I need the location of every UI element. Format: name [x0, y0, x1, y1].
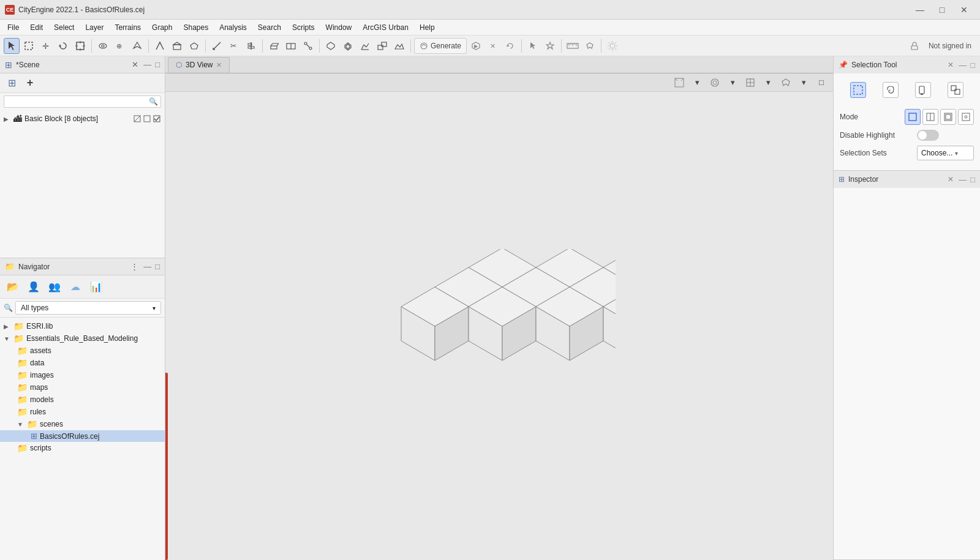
close-button[interactable]: ✕: [953, 0, 975, 20]
view-overlay-dropdown[interactable]: ▾: [760, 75, 776, 91]
nav-item-rules[interactable]: 📁 rules: [0, 406, 165, 418]
nav-user-button[interactable]: 👤: [24, 278, 43, 296]
navigator-minimize-button[interactable]: —: [143, 262, 151, 271]
nav-group-button[interactable]: 👥: [45, 278, 64, 296]
nav-item-assets[interactable]: 📁 assets: [0, 345, 165, 357]
menu-help[interactable]: Help: [415, 22, 440, 33]
search-icon[interactable]: 🔍: [149, 97, 158, 106]
selection-tool-close-button[interactable]: ✕: [948, 61, 954, 69]
nav-arcgis-button[interactable]: 📊: [87, 278, 105, 296]
view-dropdown-button[interactable]: ▾: [689, 75, 705, 91]
deselect-mode-button[interactable]: [948, 82, 963, 98]
selection-tool-minimize-button[interactable]: —: [959, 61, 967, 70]
paint-select-mode-button[interactable]: [915, 82, 931, 98]
ruler-button[interactable]: [565, 38, 581, 54]
tab-close-icon[interactable]: ✕: [216, 61, 222, 69]
nav-item-scripts[interactable]: 📁 scripts: [0, 442, 165, 454]
box-select-button[interactable]: [21, 38, 37, 54]
nav-item-basicsofrulescej[interactable]: ⊞ BasicsOfRules.cej: [0, 430, 165, 442]
nav-folder-button[interactable]: 📂: [4, 278, 22, 296]
extrude-button[interactable]: [266, 38, 282, 54]
move-button[interactable]: ✛: [38, 38, 54, 54]
menu-select[interactable]: Select: [49, 22, 79, 33]
scene-search-input[interactable]: [7, 97, 149, 106]
menu-shapes[interactable]: Shapes: [178, 22, 213, 33]
frame-button[interactable]: [72, 38, 88, 54]
cleanup-button[interactable]: [323, 38, 339, 54]
measure-button[interactable]: [209, 38, 225, 54]
generate-button[interactable]: Generate: [414, 38, 467, 54]
nav-item-data[interactable]: 📁 data: [0, 357, 165, 369]
scene-add-button[interactable]: +: [22, 75, 38, 91]
nav-fly-button[interactable]: [129, 38, 145, 54]
view-overlay-button[interactable]: [742, 75, 758, 91]
menu-scripts[interactable]: Scripts: [287, 22, 320, 33]
disable-highlight-toggle[interactable]: [917, 130, 939, 141]
sun-button[interactable]: [605, 38, 620, 54]
scene-maximize-button[interactable]: □: [155, 60, 160, 69]
nav-item-esrilib[interactable]: ▶ 📁 ESRI.lib: [0, 320, 165, 332]
minimize-button[interactable]: —: [909, 0, 931, 20]
mode-rect-button[interactable]: [905, 109, 921, 125]
combine-button[interactable]: [374, 38, 390, 54]
subdivide-button[interactable]: [283, 38, 299, 54]
undo-generate-button[interactable]: [502, 38, 518, 54]
shape-block-button[interactable]: [169, 38, 185, 54]
scene-check-hatched[interactable]: [133, 114, 141, 123]
view-bookmark-dropdown[interactable]: ▾: [796, 75, 812, 91]
nav-item-images[interactable]: 📁 images: [0, 369, 165, 381]
view-render-dropdown[interactable]: ▾: [725, 75, 741, 91]
navigator-options-icon[interactable]: ⋮: [130, 262, 138, 271]
view-bookmark-button[interactable]: [778, 75, 794, 91]
scene-check-empty[interactable]: [143, 114, 151, 123]
scene-close-button[interactable]: ✕: [132, 60, 138, 69]
shape-polygon-button[interactable]: [186, 38, 202, 54]
generate-options-button[interactable]: ▶: [468, 38, 484, 54]
menu-search[interactable]: Search: [253, 22, 286, 33]
decimate-button[interactable]: [357, 38, 373, 54]
cleanup-generate-button[interactable]: ✕: [485, 38, 501, 54]
inspector-minimize-button[interactable]: —: [959, 175, 967, 184]
menu-terrains[interactable]: Terrains: [110, 22, 146, 33]
lasso-select-mode-button[interactable]: [883, 82, 899, 98]
view-perspective-button[interactable]: [671, 75, 687, 91]
offset-button[interactable]: [340, 38, 356, 54]
nav-item-essentials[interactable]: ▼ 📁 Essentials_Rule_Based_Modeling: [0, 332, 165, 345]
navigator-maximize-button[interactable]: □: [155, 262, 160, 271]
selection-sets-dropdown[interactable]: Choose... ▾: [917, 146, 974, 160]
mode-touch-button[interactable]: [922, 109, 938, 125]
menu-analysis[interactable]: Analysis: [214, 22, 252, 33]
nav-item-scenes[interactable]: ▼ 📁 scenes: [0, 418, 165, 430]
nav-cloud-button[interactable]: ☁: [66, 278, 85, 296]
rect-select-mode-button[interactable]: [850, 82, 866, 98]
menu-arcgis-urban[interactable]: ArcGIS Urban: [358, 22, 413, 33]
tab-3d-view[interactable]: ⬡ 3D View ✕: [168, 57, 230, 73]
scene-layer-button[interactable]: ⊞: [4, 75, 20, 91]
scene-check-full[interactable]: [153, 114, 161, 123]
type-filter-dropdown[interactable]: All types ▾: [15, 301, 161, 315]
menu-layer[interactable]: Layer: [80, 22, 108, 33]
nav-pan-button[interactable]: ⊕: [112, 38, 128, 54]
align-button[interactable]: [243, 38, 259, 54]
selection-tool-maximize-button[interactable]: □: [970, 61, 975, 70]
scene-group-item[interactable]: ▶ 🏙 Basic Block [8 objects]: [0, 113, 165, 125]
nav-item-models[interactable]: 📁 models: [0, 394, 165, 406]
scene-minimize-button[interactable]: —: [143, 60, 151, 69]
inspector-maximize-button[interactable]: □: [970, 175, 975, 184]
inspector-close-button[interactable]: ✕: [948, 175, 954, 184]
trim-button[interactable]: ✂: [226, 38, 242, 54]
rotate-button[interactable]: [55, 38, 71, 54]
nav-item-maps[interactable]: 📁 maps: [0, 381, 165, 394]
graph-edit-button[interactable]: [300, 38, 316, 54]
menu-graph[interactable]: Graph: [147, 22, 177, 33]
menu-file[interactable]: File: [2, 22, 24, 33]
nav-orbit-button[interactable]: [95, 38, 111, 54]
terrain-button[interactable]: [391, 38, 407, 54]
bookmark-button[interactable]: [582, 38, 598, 54]
view-render-button[interactable]: [707, 75, 723, 91]
shape-street-button[interactable]: [152, 38, 168, 54]
waypoint-button[interactable]: [542, 38, 558, 54]
mode-contain-button[interactable]: [940, 109, 956, 125]
menu-edit[interactable]: Edit: [25, 22, 48, 33]
render-cursor-button[interactable]: [525, 38, 541, 54]
